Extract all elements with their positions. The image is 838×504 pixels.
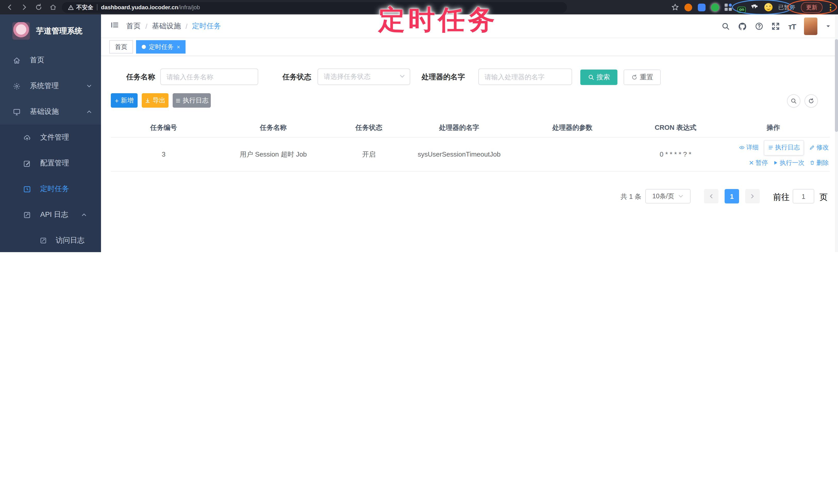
tab-home[interactable]: 首页 xyxy=(109,40,133,54)
infrastructure-submenu: 文件管理 配置管理 定时任务 xyxy=(0,125,101,252)
select-chevron-icon xyxy=(399,73,405,80)
sidebar-item-scheduled-jobs[interactable]: 定时任务 xyxy=(0,176,101,202)
chevron-left-icon xyxy=(709,194,714,199)
bookmark-star-icon[interactable] xyxy=(671,4,679,11)
infrastructure-icon xyxy=(12,108,21,115)
job-status-select[interactable]: 请选择任务状态 xyxy=(317,69,410,85)
scrollbar-thumb[interactable] xyxy=(835,39,838,132)
puzzle-extensions-icon[interactable] xyxy=(751,4,758,11)
font-size-icon[interactable]: тT xyxy=(788,22,796,31)
app-logo-row[interactable]: 芋道管理系统 xyxy=(0,14,101,48)
pagination-total: 共 1 条 xyxy=(621,192,641,201)
profile-emoji-avatar[interactable] xyxy=(764,3,772,11)
select-chevron-icon xyxy=(678,194,683,199)
chevron-up-icon xyxy=(87,108,92,116)
detail-link[interactable]: 详细 xyxy=(739,142,758,153)
chevron-right-icon xyxy=(750,194,755,199)
jobs-table: 任务编号 任务名称 任务状态 处理器的名字 处理器的参数 CRON 表达式 操作… xyxy=(111,118,830,172)
table-header-row: 任务编号 任务名称 任务状态 处理器的名字 处理器的参数 CRON 表达式 操作 xyxy=(111,118,830,138)
browser-forward-icon[interactable] xyxy=(21,4,28,11)
play-icon xyxy=(773,160,778,166)
add-button[interactable]: + 新增 xyxy=(111,93,138,108)
search-button[interactable]: 搜索 xyxy=(580,70,617,85)
fullscreen-icon[interactable] xyxy=(772,22,780,30)
toggle-search-button[interactable] xyxy=(787,94,800,108)
goto-page-input[interactable] xyxy=(793,189,814,203)
col-job-status: 任务状态 xyxy=(330,123,408,132)
next-page-button[interactable] xyxy=(745,189,760,203)
chrome-update-button[interactable]: 更新 xyxy=(801,2,823,13)
goto-label: 前往 xyxy=(773,192,789,203)
sidebar-item-home[interactable]: 首页 xyxy=(0,48,101,73)
list-icon xyxy=(768,145,773,150)
delete-link[interactable]: 删除 xyxy=(810,157,829,168)
list-icon xyxy=(175,97,181,103)
chevron-down-icon xyxy=(87,82,92,90)
sidebar-collapse-icon[interactable] xyxy=(101,21,126,32)
refresh-table-button[interactable] xyxy=(804,94,818,108)
omnibox-separator xyxy=(97,4,98,10)
edit-icon xyxy=(23,159,31,167)
browser-menu-icon[interactable] xyxy=(828,4,833,11)
job-name-input-wrap xyxy=(160,69,258,85)
sidebar-item-access-log[interactable]: 访问日志 xyxy=(0,228,101,252)
cell-handler-name: sysUserSessionTimeoutJob xyxy=(408,148,510,160)
refresh-icon xyxy=(808,98,814,104)
help-icon[interactable] xyxy=(755,22,764,30)
extension-icon-grid[interactable] xyxy=(724,4,732,11)
plus-icon: + xyxy=(115,96,119,104)
edit-link[interactable]: 修改 xyxy=(809,142,829,153)
cell-job-id: 3 xyxy=(111,148,216,160)
browser-home-icon[interactable] xyxy=(50,4,57,11)
github-icon[interactable] xyxy=(738,22,747,31)
prev-page-button[interactable] xyxy=(704,189,718,203)
search-icon[interactable] xyxy=(722,22,730,30)
job-log-button[interactable]: 执行日志 xyxy=(173,93,211,108)
security-label: 不安全 xyxy=(76,3,93,11)
tab-scheduled-jobs[interactable]: 定时任务 × xyxy=(136,40,186,54)
sync-paused-label: 已暂停 xyxy=(778,3,795,11)
sidebar-item-config-management[interactable]: 配置管理 xyxy=(0,150,101,176)
cell-job-name: 用户 Session 超时 Job xyxy=(216,148,330,160)
extension-on-badge[interactable]: on xyxy=(737,7,746,13)
job-status-label: 任务状态 xyxy=(282,73,311,82)
extension-icon-green[interactable] xyxy=(711,3,719,11)
breadcrumb-current: 定时任务 xyxy=(192,21,221,31)
sidebar-item-infrastructure[interactable]: 基础设施 xyxy=(0,99,101,125)
page-scrollbar[interactable] xyxy=(835,14,838,252)
breadcrumb-section[interactable]: 基础设施 xyxy=(152,21,181,31)
app-title: 芋道管理系统 xyxy=(36,26,83,36)
close-tab-icon[interactable]: × xyxy=(177,44,180,50)
sidebar-item-system-management[interactable]: 系统管理 xyxy=(0,73,101,99)
job-name-input[interactable] xyxy=(167,73,252,80)
reset-button[interactable]: 重置 xyxy=(624,70,661,85)
run-once-link[interactable]: 执行一次 xyxy=(773,157,804,168)
handler-name-input[interactable] xyxy=(485,73,566,80)
page-unit-label: 页 xyxy=(819,192,828,203)
security-warning[interactable]: 不安全 xyxy=(68,3,93,11)
sidebar-item-api-log[interactable]: API 日志 xyxy=(0,202,101,228)
sidebar-item-file-management[interactable]: 文件管理 xyxy=(0,125,101,150)
pause-link[interactable]: 暂停 xyxy=(749,157,768,168)
cloud-upload-icon xyxy=(23,134,31,141)
browser-reload-icon[interactable] xyxy=(35,4,42,11)
user-menu-caret-icon[interactable] xyxy=(826,22,831,31)
timer-icon xyxy=(23,185,31,193)
refresh-icon xyxy=(631,74,637,80)
tags-view-bar: 首页 定时任务 × xyxy=(101,38,838,56)
page-size-select[interactable]: 10条/页 xyxy=(645,189,691,203)
breadcrumb-home[interactable]: 首页 xyxy=(126,21,141,31)
col-job-name: 任务名称 xyxy=(216,123,330,132)
row-job-log-link[interactable]: 执行日志 xyxy=(764,140,804,155)
page-number-button[interactable]: 1 xyxy=(724,189,739,203)
annotation-title: 定时任务 xyxy=(361,2,516,38)
browser-back-icon[interactable] xyxy=(6,4,13,11)
handler-name-input-wrap xyxy=(478,69,572,85)
user-avatar[interactable] xyxy=(804,18,817,35)
extension-icon-blue[interactable] xyxy=(698,3,705,11)
trash-icon xyxy=(810,160,815,166)
extension-icon-orange[interactable] xyxy=(684,3,692,11)
col-handler-param: 处理器的参数 xyxy=(510,123,634,132)
download-icon xyxy=(145,97,151,103)
export-button[interactable]: 导出 xyxy=(142,93,169,108)
